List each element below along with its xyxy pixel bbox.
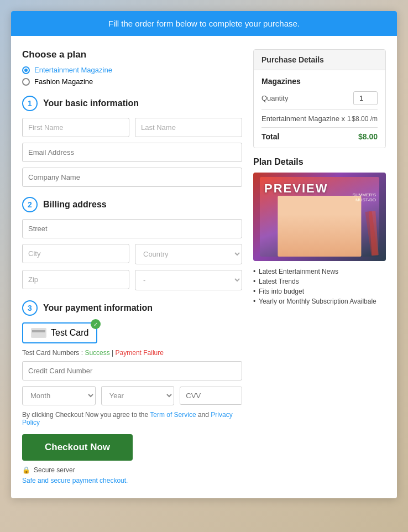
street-input[interactable]: [22, 219, 242, 238]
bullet-3: Fits into budget: [253, 288, 386, 295]
email-input[interactable]: [22, 143, 242, 162]
quantity-label: Quantity: [261, 94, 288, 102]
month-select[interactable]: Month January February March April May J…: [22, 386, 96, 405]
dash-select[interactable]: -: [135, 270, 242, 290]
magazine-cover: PREVIEW SUMMER'SMUST-DO: [253, 173, 386, 261]
total-label: Total: [261, 132, 279, 141]
choose-plan-title: Choose a plan: [22, 49, 242, 60]
cvv-input[interactable]: [180, 387, 242, 404]
page-wrapper: Fill the order form below to complete yo…: [11, 11, 397, 498]
step2-label: Billing address: [43, 200, 107, 210]
plan-option-fashion[interactable]: Fashion Magazine: [22, 77, 242, 86]
tos-middle: and: [196, 411, 211, 419]
test-card-note: Test Card Numbers : Success | Payment Fa…: [22, 349, 242, 357]
purchase-divider2: [261, 127, 378, 128]
bullet-1: Latest Entertainment News: [253, 268, 386, 275]
purchase-divider: [261, 109, 378, 110]
step3-header: 3 Your payment information: [22, 300, 242, 316]
checkout-button[interactable]: Checkout Now: [22, 434, 133, 461]
purchase-category: Magazines: [261, 77, 378, 86]
bullet-2: Latest Trends: [253, 278, 386, 285]
left-panel: Choose a plan Entertainment Magazine Fas…: [22, 49, 242, 485]
lock-icon: 🔒: [22, 466, 30, 474]
step3-label: Your payment information: [43, 303, 153, 313]
email-row: [22, 143, 242, 162]
tos-text: By clicking Checkout Now you agree to th…: [22, 411, 242, 426]
city-country-row: Country: [22, 244, 242, 264]
step1-header: 1 Your basic information: [22, 96, 242, 111]
total-value: $8.00: [358, 132, 378, 141]
test-card-prefix: Test Card Numbers :: [22, 349, 85, 357]
city-input[interactable]: [22, 244, 129, 263]
company-input[interactable]: [22, 168, 242, 187]
secure-label: Secure server: [34, 466, 75, 474]
plan-details-title: Plan Details: [253, 157, 386, 167]
failure-link[interactable]: Payment Failure: [116, 349, 164, 357]
item-row: Entertainment Magazine x 1 $8.00 /m: [261, 114, 378, 123]
quantity-input[interactable]: [353, 91, 378, 105]
year-select[interactable]: Year 2024 2025 2026 2027 2028: [101, 386, 175, 405]
plan-option-entertainment[interactable]: Entertainment Magazine: [22, 66, 242, 74]
cvv-wrap: [180, 387, 242, 405]
mag-cover-title: PREVIEW: [264, 181, 328, 196]
radio-dot-entertainment: [22, 66, 30, 74]
check-badge-icon: ✓: [91, 319, 101, 329]
country-field: Country: [135, 244, 242, 264]
svg-rect-1: [32, 330, 45, 332]
step2-header: 2 Billing address: [22, 197, 242, 212]
success-link[interactable]: Success: [85, 349, 109, 357]
step1-label: Your basic information: [43, 98, 139, 108]
item-label: Entertainment Magazine x 1: [261, 114, 351, 123]
item-price: $8.00 /m: [352, 115, 378, 123]
banner-text: Fill the order form below to complete yo…: [108, 19, 300, 28]
right-panel: Purchase Details Magazines Quantity Ente…: [253, 49, 386, 485]
card-icon: [31, 328, 46, 338]
last-name-input[interactable]: [135, 118, 242, 137]
first-name-field: [22, 118, 129, 137]
country-select[interactable]: Country: [135, 244, 242, 264]
radio-empty-fashion: [22, 78, 30, 86]
expiry-cvv-row: Month January February March April May J…: [22, 386, 242, 405]
plan-option-fashion-label: Fashion Magazine: [34, 77, 93, 86]
purchase-box: Purchase Details Magazines Quantity Ente…: [253, 49, 386, 148]
secure-row: 🔒 Secure server: [22, 466, 242, 474]
cc-number-row: [22, 361, 242, 380]
purchase-header: Purchase Details: [254, 50, 385, 70]
card-label: Test Card: [51, 328, 88, 338]
magazine-cover-inner: PREVIEW SUMMER'SMUST-DO: [260, 177, 379, 257]
zip-input[interactable]: [22, 270, 129, 289]
mag-figure: [278, 196, 361, 257]
top-banner: Fill the order form below to complete yo…: [11, 11, 397, 36]
first-name-input[interactable]: [22, 118, 129, 137]
name-row: [22, 118, 242, 137]
purchase-body: Magazines Quantity Entertainment Magazin…: [254, 70, 385, 148]
svg-rect-0: [32, 328, 45, 337]
main-content: Choose a plan Entertainment Magazine Fas…: [11, 36, 397, 498]
zip-field: [22, 270, 129, 290]
card-option[interactable]: ✓ Test Card: [22, 322, 97, 343]
pipe-separator: |: [110, 349, 116, 357]
mag-sub-text: SUMMER'SMUST-DO: [353, 192, 376, 202]
last-name-field: [135, 118, 242, 137]
tos-link[interactable]: Term of Service: [150, 411, 196, 419]
bullet-4: Yearly or Monthly Subscription Availbale: [253, 298, 386, 305]
safe-text: Safe and secure payment checkout.: [22, 475, 242, 485]
step2-circle: 2: [22, 197, 38, 212]
cc-number-input[interactable]: [22, 361, 242, 380]
step3-circle: 3: [22, 300, 38, 316]
dash-field: -: [135, 270, 242, 290]
zip-row: -: [22, 270, 242, 290]
company-row: [22, 168, 242, 187]
step1-circle: 1: [22, 96, 38, 111]
total-row: Total $8.00: [261, 132, 378, 141]
tos-prefix: By clicking Checkout Now you agree to th…: [22, 411, 150, 419]
street-row: [22, 219, 242, 238]
quantity-row: Quantity: [261, 91, 378, 105]
plan-option-entertainment-label: Entertainment Magazine: [34, 66, 112, 74]
city-field: [22, 244, 129, 264]
plan-bullets: Latest Entertainment News Latest Trends …: [253, 268, 386, 305]
